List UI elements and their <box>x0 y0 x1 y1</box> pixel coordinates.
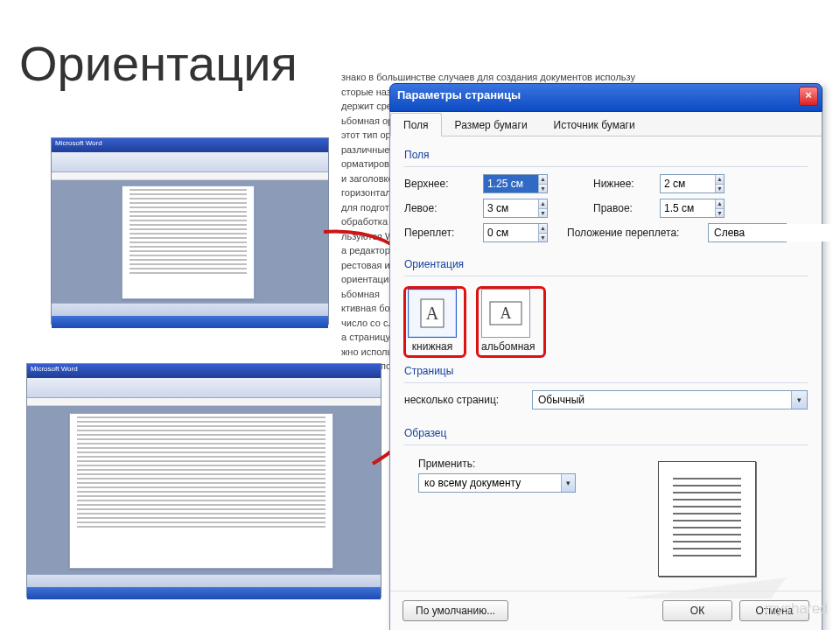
orientation-portrait-option[interactable]: A книжная <box>408 289 457 353</box>
word-statusbar <box>52 303 328 316</box>
word-workspace <box>52 180 328 303</box>
apply-to-select[interactable]: ▾ <box>418 473 576 493</box>
word-titlebar: Microsoft Word <box>52 138 328 152</box>
apply-to-label: Применить: <box>418 458 593 470</box>
chevron-down-icon[interactable]: ▾ <box>561 474 575 492</box>
word-taskbar <box>27 587 381 599</box>
margin-top-label: Верхнее: <box>404 178 483 190</box>
spinner-up-icon[interactable]: ▲ <box>715 200 724 209</box>
tab-paper-source[interactable]: Источник бумаги <box>541 113 648 136</box>
word-workspace <box>27 406 381 574</box>
divider <box>404 382 808 383</box>
dialog-tabs: Поля Размер бумаги Источник бумаги <box>390 112 822 136</box>
group-pages-label: Страницы <box>404 365 808 377</box>
word-toolbar <box>52 152 328 172</box>
svg-text:A: A <box>500 304 512 322</box>
word-taskbar <box>52 316 328 328</box>
margin-top-value[interactable] <box>484 175 538 192</box>
multipages-value[interactable] <box>533 391 791 409</box>
word-ruler <box>52 172 328 180</box>
orientation-portrait-caption: книжная <box>408 340 457 353</box>
close-button[interactable]: × <box>799 87 818 106</box>
orientation-landscape-icon: A <box>481 289 530 338</box>
divider <box>404 444 808 445</box>
divider <box>404 276 808 276</box>
margin-bottom-label: Нижнее: <box>593 178 660 190</box>
spinner-down-icon[interactable]: ▼ <box>538 234 547 242</box>
apply-to-value[interactable] <box>419 474 561 492</box>
spinner-up-icon[interactable]: ▲ <box>715 175 724 185</box>
word-toolbar <box>27 378 381 398</box>
tab-paper-size[interactable]: Размер бумаги <box>442 113 541 136</box>
spinner-down-icon[interactable]: ▼ <box>715 185 724 193</box>
margin-right-label: Правое: <box>593 202 660 214</box>
svg-text:A: A <box>426 304 439 323</box>
chevron-down-icon[interactable]: ▾ <box>791 391 807 409</box>
divider <box>404 166 808 167</box>
gutter-label: Переплет: <box>404 227 483 239</box>
spinner-down-icon[interactable]: ▼ <box>538 209 547 218</box>
group-sample-label: Образец <box>404 427 808 439</box>
gutter-position-select[interactable]: ▾ <box>708 223 787 242</box>
tab-margins[interactable]: Поля <box>390 113 442 136</box>
orientation-landscape-caption: альбомная <box>481 340 536 353</box>
word-ruler <box>27 398 381 406</box>
gutter-input[interactable]: ▲▼ <box>483 223 548 242</box>
document-page-landscape <box>69 413 333 569</box>
default-button[interactable]: По умолчанию... <box>402 600 508 621</box>
margin-top-input[interactable]: ▲▼ <box>483 174 548 193</box>
margin-right-value[interactable] <box>661 200 715 217</box>
dialog-titlebar[interactable]: Параметры страницы × <box>389 83 822 112</box>
slide-title: Ориентация <box>19 35 298 92</box>
word-thumbnail-landscape: Microsoft Word <box>26 363 382 598</box>
spinner-down-icon[interactable]: ▼ <box>715 209 724 218</box>
spinner-up-icon[interactable]: ▲ <box>538 175 547 185</box>
gutter-position-value[interactable] <box>709 224 840 242</box>
margin-right-input[interactable]: ▲▼ <box>660 199 724 218</box>
dialog-title-text: Параметры страницы <box>397 88 521 102</box>
slide-decor-shadow <box>622 578 786 598</box>
ok-button[interactable]: ОК <box>662 600 732 621</box>
word-thumbnail-portrait: Microsoft Word <box>51 137 329 325</box>
group-margins-label: Поля <box>404 149 808 161</box>
spinner-up-icon[interactable]: ▲ <box>538 224 547 234</box>
gutter-position-label: Положение переплета: <box>567 227 708 239</box>
spinner-up-icon[interactable]: ▲ <box>538 200 547 209</box>
watermark: myshared <box>765 600 828 618</box>
page-setup-dialog: Параметры страницы × Поля Размер бумаги … <box>389 83 822 630</box>
margin-bottom-value[interactable] <box>661 175 715 192</box>
margin-left-value[interactable] <box>484 200 538 217</box>
word-statusbar <box>27 574 381 587</box>
spinner-down-icon[interactable]: ▼ <box>538 185 547 193</box>
word-titlebar: Microsoft Word <box>27 364 381 378</box>
margin-left-input[interactable]: ▲▼ <box>483 199 548 218</box>
multipages-select[interactable]: ▾ <box>532 390 808 410</box>
margin-left-label: Левое: <box>404 202 483 214</box>
orientation-portrait-icon: A <box>408 289 457 338</box>
page-preview <box>658 461 756 577</box>
margin-bottom-input[interactable]: ▲▼ <box>660 174 724 193</box>
gutter-value[interactable] <box>484 224 538 242</box>
group-orientation-label: Ориентация <box>404 258 808 270</box>
multipages-label: несколько страниц: <box>404 394 532 406</box>
orientation-landscape-option[interactable]: A альбомная <box>481 289 536 353</box>
document-page-portrait <box>122 186 255 299</box>
